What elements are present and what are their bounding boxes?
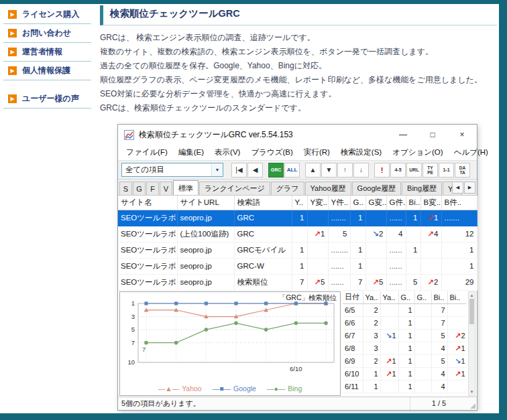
- tab-scroll-left-icon[interactable]: ◀: [452, 182, 463, 194]
- alert-button[interactable]: !: [374, 163, 390, 178]
- run-grc-button[interactable]: GRC: [268, 163, 284, 178]
- one-one-button[interactable]: 1-1: [439, 163, 454, 178]
- history-row[interactable]: 6/6217: [343, 317, 466, 330]
- history-row[interactable]: 6/73↘115↗2: [343, 330, 466, 342]
- url-button[interactable]: URL: [406, 163, 422, 178]
- sidebar-item[interactable]: ▶ユーザー様の声: [3, 90, 91, 109]
- sidebar-item[interactable]: ▶運営者情報: [3, 43, 91, 62]
- column-header[interactable]: Bi..: [406, 196, 420, 210]
- data-button[interactable]: DA TA: [455, 163, 470, 178]
- menu-item[interactable]: ブラウズ(B): [245, 145, 298, 159]
- result-cell: 12: [441, 226, 477, 242]
- history-column-header[interactable]: Ya..: [380, 291, 398, 304]
- column-header[interactable]: B件..: [441, 196, 477, 210]
- grc-app-window: 検索順位チェックツールGRC ver.5.54.153 — □ × ファイル(F…: [117, 124, 477, 411]
- run-all-button[interactable]: ALL: [284, 163, 300, 178]
- history-column-header[interactable]: 日付: [343, 291, 363, 304]
- history-row[interactable]: 6/92↗115↘1: [343, 355, 466, 368]
- move-down-button[interactable]: ▼: [321, 163, 337, 178]
- close-button[interactable]: ×: [447, 125, 477, 145]
- history-column-header[interactable]: Bi..: [431, 291, 447, 304]
- history-row[interactable]: 6/101↗114↗1: [343, 368, 466, 380]
- sort-down-button[interactable]: ↓: [353, 163, 369, 178]
- legend-label: Yahoo: [182, 384, 202, 393]
- result-row[interactable]: SEOツールラボseopro.jpGRCモバイル1........1......…: [118, 242, 477, 258]
- history-column-header[interactable]: G..: [398, 291, 414, 304]
- column-header[interactable]: Y..: [292, 196, 307, 210]
- maximize-button[interactable]: □: [418, 125, 447, 145]
- tabs: SGFV標準ランクインページグラフYahoo履歴Google履歴Bing履歴Ya: [119, 180, 463, 195]
- column-header[interactable]: サイト名: [118, 196, 177, 210]
- history-scrollbar[interactable]: ▲ ▼: [468, 291, 475, 396]
- column-header[interactable]: B変..: [420, 196, 441, 210]
- tab[interactable]: Yahoo履歴: [305, 182, 351, 195]
- minimize-button[interactable]: —: [388, 125, 418, 145]
- tab-scroll-right-icon[interactable]: ▶: [464, 182, 475, 194]
- history-row[interactable]: 6/5217: [343, 304, 466, 317]
- sidebar-item[interactable]: ▶個人情報保護: [3, 62, 91, 80]
- menu-item[interactable]: オプション(O): [387, 145, 448, 159]
- resize-grip[interactable]: [467, 397, 477, 410]
- arrow-right-icon: ▶: [8, 29, 17, 38]
- menu-item[interactable]: 実行(R): [298, 145, 335, 159]
- tab-v[interactable]: V: [160, 182, 172, 195]
- column-header[interactable]: G..: [350, 196, 365, 210]
- history-cell: 3: [363, 330, 380, 342]
- item-filter-dropdown[interactable]: 全ての項目 ▼: [121, 163, 223, 177]
- tab[interactable]: Google履歴: [352, 182, 401, 195]
- history-column-header[interactable]: G..: [414, 291, 431, 304]
- history-cell: 4: [431, 380, 447, 393]
- rank-chart-svg: 135710「GRC」検索順位6/107: [121, 293, 339, 381]
- svg-text:5: 5: [131, 326, 135, 333]
- result-cell: .......: [441, 210, 477, 226]
- rank-down-icon: ↘: [386, 332, 392, 340]
- result-row[interactable]: SEOツールラボseopro.jp検索順位7↗5......7↗5......5…: [118, 274, 477, 290]
- scroll-thumb[interactable]: [469, 299, 474, 324]
- scroll-down-icon[interactable]: ▼: [470, 390, 474, 394]
- results-table: サイト名サイトURL検索語Y..Y変..Y件..G..G変..G件..Bi..B…: [118, 196, 477, 291]
- result-cell: seopro.jp: [177, 242, 234, 258]
- menu-item[interactable]: 編集(E): [173, 145, 209, 159]
- window-titlebar[interactable]: 検索順位チェックツールGRC ver.5.54.153 — □ ×: [118, 125, 477, 145]
- column-header[interactable]: Y変..: [307, 196, 328, 210]
- result-row[interactable]: SEOツールラボ(上位100追跡)GRC↗15↘24↗412: [118, 226, 477, 242]
- tab-f[interactable]: F: [146, 182, 159, 195]
- scroll-up-icon[interactable]: ▲: [470, 293, 474, 297]
- sidebar-item[interactable]: ▶お問い合わせ: [3, 24, 91, 43]
- tab[interactable]: Bing履歴: [402, 182, 442, 195]
- history-cell: [414, 317, 431, 330]
- history-column-header[interactable]: Ya..: [363, 291, 380, 304]
- menu-item[interactable]: ファイル(F): [121, 145, 173, 159]
- tab-g[interactable]: G: [133, 182, 146, 195]
- result-row[interactable]: SEOツールラボseopro.jpGRC1.......1......1↗1..…: [118, 210, 477, 226]
- move-up-button[interactable]: ▲: [305, 163, 321, 178]
- result-row[interactable]: SEOツールラボseopro.jpGRC-W1......1......1: [118, 258, 477, 274]
- first-item-button[interactable]: |◀: [231, 163, 247, 178]
- type-button[interactable]: TY PE: [422, 163, 438, 178]
- prev-item-button[interactable]: ◀: [247, 163, 263, 178]
- tab[interactable]: ランクインページ: [199, 182, 270, 195]
- column-header[interactable]: サイトURL: [177, 196, 234, 210]
- status-bar: 5個の項目があります。 1 / 5: [118, 397, 477, 410]
- column-header[interactable]: 検索語: [234, 196, 292, 210]
- sidebar-item[interactable]: ▶ライセンス購入: [3, 5, 91, 24]
- chevron-down-icon[interactable]: ▼: [211, 163, 223, 176]
- menu-item[interactable]: ヘルプ(H): [449, 145, 494, 159]
- rank-range-button[interactable]: 4-5: [390, 163, 406, 178]
- history-cell: 2: [363, 317, 380, 330]
- column-header[interactable]: Y件..: [328, 196, 350, 210]
- column-header[interactable]: G変..: [365, 196, 386, 210]
- history-row[interactable]: 6/11114: [343, 380, 466, 393]
- tab-s[interactable]: S: [119, 182, 132, 195]
- sidebar-item-label: お問い合わせ: [22, 27, 71, 39]
- result-cell: ↗1: [307, 226, 328, 242]
- history-column-header[interactable]: Bi..: [447, 291, 466, 304]
- history-row[interactable]: 6/8314↗1: [343, 342, 466, 355]
- sort-up-button[interactable]: ↑: [337, 163, 353, 178]
- tab[interactable]: 標準: [173, 180, 199, 196]
- menu-item[interactable]: 検索設定(S): [335, 145, 387, 159]
- menu-item[interactable]: 表示(V): [209, 145, 245, 159]
- column-header[interactable]: G件..: [386, 196, 406, 210]
- tab[interactable]: グラフ: [271, 182, 304, 195]
- result-cell: 1: [406, 210, 420, 226]
